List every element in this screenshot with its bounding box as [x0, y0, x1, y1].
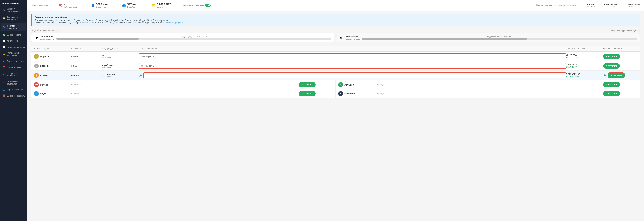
bitcoin-expected: 0.0160091200 +0.1600224510: [566, 73, 603, 78]
live-stats-label: Живая статистика:: [31, 4, 49, 6]
bitcoin-arrow2-icon: ➤: [603, 73, 606, 78]
stat-days-value: 4: [64, 3, 77, 6]
power-level-cards: 🏎 1й уровень Ваша мощность Следующий уро…: [31, 33, 640, 42]
update-switch[interactable]: [205, 4, 210, 7]
dogecoin-price: 0.00023$: [71, 55, 102, 58]
nixmoney-pay-button[interactable]: ≡ Оплатить: [603, 91, 620, 96]
power-labels: Текущий уровень мощности Ожидаемый урове…: [31, 29, 640, 32]
payeer-currency-cell: P Payeer: [34, 91, 71, 96]
bitcoin-pay-btn-cell: ➤ ≡ Оплатить: [603, 72, 637, 78]
stat-online-value: 397 чел.: [127, 3, 138, 6]
advcash-pay-button[interactable]: ≡ Оплатить: [603, 82, 620, 88]
bitcoin-name: Bitcoin: [40, 74, 48, 77]
sidebar-item-qa[interactable]: ❓ Вопрос - Ответ: [0, 64, 27, 70]
logout-icon: 🚪: [2, 94, 6, 97]
purchase-table: Валюта покупки Стоимость Текущая добыча …: [31, 46, 640, 98]
divider-1: [84, 2, 84, 9]
stat-online: 👥 397 чел. На сайте: [122, 3, 138, 8]
payeer-min: Минимум 0.1: [71, 92, 299, 95]
payment-row-2: P Payeer Минимум 0.1 ≡ Оплатить N NixM: [31, 89, 640, 98]
pay-icon-dogecoin: ≡: [606, 55, 607, 58]
header-mining: Текущая добыча: [102, 48, 139, 50]
payeer-pay-button[interactable]: ≡ Оплатить: [299, 91, 316, 96]
stat-paid-desc: Выплачено: [157, 6, 172, 8]
litecoin-pay-btn-cell: ≡ Оплатить: [603, 63, 637, 68]
stats-bar: Живая статистика: ⏰ 4 Работаем дней 👤 58…: [27, 0, 644, 11]
sidebar-item-withdrawal[interactable]: 💸 Вывод средств: [0, 32, 27, 38]
advcash-icon: A: [338, 82, 343, 87]
litecoin-mining: 0.00106037 за 24 часа: [102, 64, 139, 68]
table-row-bitcoin: ₿ Bitcoin 603.94$ 0.0000066690 за 24 час…: [31, 70, 640, 80]
bitcoin-amount-input[interactable]: [144, 72, 566, 78]
perfect-pay-cell: ≡ Оплатить: [299, 82, 333, 88]
page-content: Покупка мощности добычи Для зачисления п…: [27, 11, 644, 101]
perfect-min: Минимум 0.1: [71, 84, 299, 86]
payment-perfect: PM Perfect Минимум 0.1 ≡ Оплатить: [31, 80, 336, 89]
sidebar-item-mining[interactable]: ⛏ Майнинг криптовалюты: [0, 6, 27, 14]
current-next-label: Следующий уровень мощности: [56, 36, 331, 38]
stat-members-desc: Участников: [96, 6, 108, 8]
payeer-name: Payeer: [40, 92, 48, 95]
advcash-pay-cell: ≡ Оплатить: [603, 82, 637, 88]
litecoin-expected: 2.54545008 +2.54438971: [566, 63, 603, 68]
litecoin-amount-input[interactable]: [139, 63, 566, 69]
sidebar-item-support[interactable]: 🛠 Техническая поддержка: [0, 78, 27, 87]
exchange-icon: 🔄: [2, 40, 6, 42]
dogecoin-icon: Ð: [34, 54, 39, 59]
nixmoney-currency-cell: N NixMoney: [338, 91, 376, 96]
sidebar-item-settings[interactable]: ⚙ Настройки аккаунта: [0, 70, 27, 78]
personal-dogecoin-currency: ♦ DOGECOIN: [584, 6, 596, 8]
update-label: Обновление статистики: [182, 4, 204, 6]
pay-icon-nixmoney: ≡: [606, 92, 607, 95]
sidebar-item-backsite[interactable]: 🌐 Вернуться на сайт: [0, 87, 27, 93]
table-header: Валюта покупки Стоимость Текущая добыча …: [31, 46, 640, 52]
update-toggle: Обновление статистики: [182, 4, 210, 7]
current-power-card: 🏎 1й уровень Ваша мощность Следующий уро…: [31, 33, 334, 42]
sidebar-item-financial[interactable]: 💳 Финансовые операции ▼: [0, 14, 27, 22]
personal-stats: Ваша статистика по добыче за все время: …: [536, 3, 640, 8]
stat-paid-value: 0.0428 BTC: [157, 3, 172, 6]
dogecoin-amount-input-wrap: [139, 53, 566, 59]
expected-next-label: Следующий уровень мощности: [362, 36, 637, 38]
sidebar-item-partner[interactable]: 🤝 Партнерская программа: [0, 50, 27, 58]
sidebar-item-logout[interactable]: 🚪 Выход из кабинета: [0, 93, 27, 99]
nixmoney-name: NixMoney: [344, 92, 355, 95]
dogecoin-expected: 42129.2640 +42111.7140: [566, 54, 603, 59]
support-link[interactable]: службу поддержки: [165, 22, 182, 24]
bitcoin-pay-button[interactable]: ≡ Оплатить: [608, 72, 625, 78]
pay-icon-bitcoin: ≡: [611, 74, 612, 77]
payment-row-1: PM Perfect Минимум 0.1 ≡ Оплатить A Ad: [31, 80, 640, 89]
payeer-pay-cell: ≡ Оплатить: [299, 91, 333, 96]
sidebar-item-history[interactable]: 📋 История заработка: [0, 44, 27, 50]
litecoin-amount-input-wrap: [139, 63, 566, 69]
bitcoin-amount-cell: ➤: [139, 72, 566, 78]
litecoin-pay-button[interactable]: ≡ Оплатить: [603, 63, 620, 68]
sidebar-item-purchase[interactable]: 🛒 Покупка мощности: [1, 23, 26, 32]
dogecoin-pay-button[interactable]: ≡ Оплатить: [603, 54, 620, 59]
stat-online-desc: На сайте: [127, 6, 138, 8]
people-icon: 👤: [91, 4, 95, 7]
online-icon: 👥: [122, 4, 126, 7]
litecoin-name: Litecoin: [40, 64, 48, 67]
litecoin-currency-cell: Ł Litecoin: [34, 64, 71, 68]
purchase-icon: 🛒: [3, 26, 6, 28]
personal-litecoin-value: 0.00000000: [604, 3, 616, 6]
page-title: Покупка мощности добычи: [34, 16, 637, 18]
info-text: Для зачисления покупки в криптовалюте Do…: [34, 19, 183, 24]
nixmoney-pay-cell: ≡ Оплатить: [603, 91, 637, 96]
litecoin-icon: Ł: [34, 64, 39, 68]
current-level-title: 1й уровень: [40, 35, 54, 38]
sidebar-item-battles[interactable]: ⚔ Битва рефералов: [0, 58, 27, 64]
qa-icon: ❓: [2, 66, 6, 69]
speedometer2-icon: 🏎: [340, 35, 344, 40]
perfect-currency-cell: PM Perfect: [34, 82, 71, 87]
table-row-litecoin: Ł Litecoin 3.81$ 0.00106037 за 24 часа 2…: [31, 61, 640, 70]
dogecoin-amount-input[interactable]: [139, 53, 566, 59]
sidebar-item-exchange[interactable]: 🔄 Криптообмен: [0, 38, 27, 44]
payeer-icon: P: [34, 91, 39, 96]
personal-bitcoin-currency: ♦ BITCOIN: [625, 6, 640, 8]
perfect-pay-button[interactable]: ≡ Оплатить: [299, 82, 316, 88]
pay-icon-litecoin: ≡: [606, 64, 607, 67]
support-icon: 🛠: [2, 81, 5, 84]
info-banner: Покупка мощности добычи Для зачисления п…: [31, 14, 640, 26]
